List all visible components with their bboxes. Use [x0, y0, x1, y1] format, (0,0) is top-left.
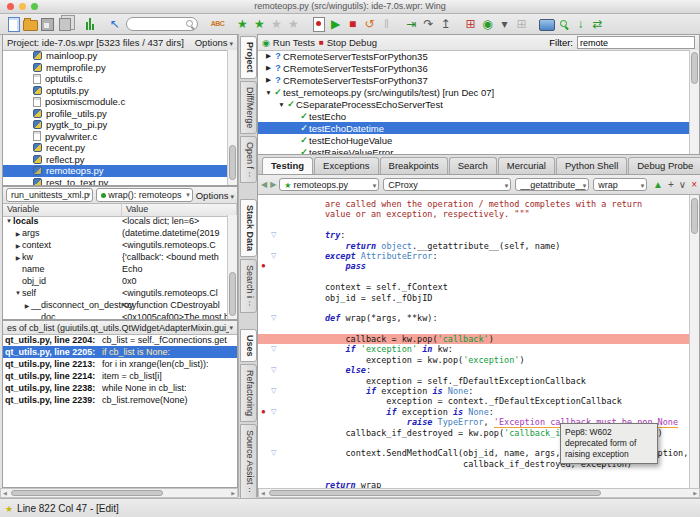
tab-python-shell[interactable]: Python Shell [556, 157, 627, 174]
project-file-row[interactable]: remoteops.py [3, 165, 228, 177]
step-out-icon[interactable]: ↥ [437, 16, 454, 32]
project-file-row[interactable]: reflect.py [3, 154, 228, 166]
stack-scrollbar[interactable] [227, 215, 237, 319]
uses-row[interactable]: qt_utils.py, line 2205:if cb_list is Non… [3, 346, 237, 358]
breadcrumb-dropdown-0[interactable]: ★remoteops.py [279, 178, 379, 191]
test-tree-row[interactable]: ✓testEchoDatetime [258, 122, 690, 134]
fold-marker-icon[interactable]: ▽ [271, 386, 276, 396]
side-tab-uses[interactable]: Uses [240, 329, 257, 363]
breakpoint-icon[interactable]: ● [261, 407, 266, 417]
project-file-row[interactable]: rest_to_text.py [3, 177, 228, 186]
test-tree-row[interactable]: ✓testEcho [258, 110, 690, 122]
history-forward-icon[interactable]: ▶ [270, 180, 276, 189]
project-file-row[interactable]: optutils.py [3, 85, 228, 97]
variable-row[interactable]: ▶kw{'callback': <bound meth [3, 251, 228, 263]
side-tab-search-i-[interactable]: Search i ·· [240, 259, 257, 313]
editor-horizontal-scrollbar[interactable]: ◀▶ [258, 488, 700, 498]
debug-marker-red-icon[interactable]: ⊞ [462, 16, 479, 32]
expand-icon[interactable]: ▶ [14, 242, 22, 249]
project-file-row[interactable]: pygtk_to_pi.py [3, 119, 228, 131]
new-file-icon[interactable] [5, 16, 22, 32]
collapse-icon[interactable]: ▼ [5, 218, 13, 224]
fold-marker-icon[interactable]: ▽ [271, 344, 276, 354]
project-options-button[interactable]: Options▾ [195, 37, 233, 48]
goto-symbol-icon[interactable]: ↖ [106, 16, 123, 32]
code-editor[interactable]: are called when the operation / method c… [258, 195, 700, 488]
fold-marker-icon[interactable]: ▽ [271, 407, 276, 417]
bookmark-prev-icon[interactable]: ★ [268, 16, 285, 32]
breakpoint-icon[interactable]: ● [261, 261, 266, 271]
bookmark-next-icon[interactable]: ★ [285, 16, 302, 32]
pause-icon[interactable]: ‖ [378, 16, 395, 32]
project-file-row[interactable]: profile_utils.py [3, 108, 228, 120]
restart-icon[interactable]: ↺ [361, 16, 378, 32]
side-tab-refactoring[interactable]: Refactoring [240, 364, 257, 422]
project-file-row[interactable]: memprofile.py [3, 62, 228, 74]
collapse-icon[interactable]: ▼ [264, 89, 273, 96]
fold-marker-icon[interactable]: ▽ [271, 251, 276, 261]
open-file-icon[interactable] [22, 16, 39, 32]
expand-icon[interactable]: ▶ [264, 52, 273, 60]
fold-marker-icon[interactable]: ▽ [271, 313, 276, 323]
uses-row[interactable]: qt_utils.py, line 2213: for i in xrange(… [3, 358, 237, 370]
variable-row[interactable]: ▼locals<locals dict; len=6> [3, 215, 228, 227]
profiler-icon[interactable] [81, 16, 98, 32]
breadcrumb-dropdown-1[interactable]: CProxy [383, 178, 511, 191]
breadcrumb-dropdown-3[interactable]: wrap [593, 178, 647, 191]
tab-debug-probe[interactable]: Debug Probe [628, 157, 700, 174]
left-horizontal-scrollbar[interactable]: ◀▶ [0, 488, 238, 498]
fold-marker-icon[interactable]: ▽ [271, 448, 276, 458]
project-file-row[interactable]: mainloop.py [3, 50, 228, 62]
uses-row[interactable]: qt_utils.py, line 2238: while None in cb… [3, 382, 237, 394]
test-tree-row[interactable]: ▶?CRemoteServerTestsForPython36 [258, 62, 690, 74]
maximize-window-icon[interactable] [31, 3, 38, 10]
variable-row[interactable]: obj_id0x0 [3, 275, 228, 287]
close-window-icon[interactable] [7, 3, 14, 10]
test-tree-row[interactable]: ✓testRaiseValueError [258, 146, 690, 154]
debug-marker-green-icon[interactable]: ◉ [479, 16, 496, 32]
variable-row[interactable]: __doc__<0x1005caf00>The most base type [3, 311, 228, 319]
stack-options-button[interactable]: Options▾ [196, 190, 234, 201]
editor-menu-icon[interactable]: ∨ [679, 179, 686, 190]
test-tree-row[interactable]: ▶?CRemoteServerTestsForPython35 [258, 50, 690, 62]
frame-dropdown[interactable]: wrap(): remoteops [96, 188, 192, 202]
sync-icon[interactable]: ⇄ [589, 16, 606, 32]
variable-row[interactable]: ▼self<wingutils.remoteops.Cl [3, 287, 228, 299]
tab-exceptions[interactable]: Exceptions [314, 157, 378, 174]
editor-scrollbar[interactable] [689, 195, 699, 488]
toolbar-search-input[interactable] [126, 17, 198, 31]
uses-row[interactable]: qt_utils.py, line 2239: cb_list.remove(N… [3, 394, 237, 406]
python-shell-icon[interactable] [538, 16, 555, 32]
split-editor-icon[interactable]: + [668, 179, 674, 190]
save-icon[interactable] [39, 16, 56, 32]
project-file-row[interactable]: pyvalwriter.c [3, 131, 228, 143]
project-file-row[interactable]: posixmiscmodule.c [3, 96, 228, 108]
project-file-row[interactable]: recent.py [3, 142, 228, 154]
expand-icon[interactable]: ▶ [23, 302, 31, 309]
test-tree-row[interactable]: ▼✓CSeparateProcessEchoServerTest [258, 98, 690, 110]
collapse-icon[interactable]: ▼ [277, 101, 286, 108]
side-tab-stack-data[interactable]: Stack Data [240, 199, 257, 257]
expand-icon[interactable]: ▶ [264, 64, 273, 72]
filter-input[interactable] [577, 36, 695, 49]
tab-testing[interactable]: Testing [262, 157, 313, 174]
update-icon[interactable]: ↓ [572, 16, 589, 32]
bookmark-goto-icon[interactable]: ★ [251, 16, 268, 32]
variable-row[interactable]: nameEcho [3, 263, 228, 275]
test-tree-row[interactable]: ▶?CRemoteServerTestsForPython37 [258, 74, 690, 86]
test-tree-row[interactable]: ✓testEchoHugeValue [258, 134, 690, 146]
stop-debug-button[interactable]: ■Stop Debug [319, 37, 377, 48]
uses-menu-icon[interactable]: ▾ [229, 324, 233, 332]
close-editor-icon[interactable]: × [691, 179, 697, 190]
disabled-breakpoint-icon[interactable]: ● [261, 334, 266, 344]
warnings-indicator-icon[interactable]: ▲ [653, 179, 663, 190]
step-over-icon[interactable]: ↷ [420, 16, 437, 32]
uses-row[interactable]: qt_utils.py, line 2214: item = cb_list[i… [3, 370, 237, 382]
fold-marker-icon[interactable]: ▽ [271, 365, 276, 375]
side-tab-open-f-[interactable]: Open f ·· [240, 136, 257, 184]
bookmark-set-icon[interactable]: ★ [234, 16, 251, 32]
expand-icon[interactable]: ▶ [14, 254, 22, 261]
tab-mercurial[interactable]: Mercurial [498, 157, 555, 174]
side-tab-project[interactable]: Project [240, 36, 257, 79]
run-tests-button[interactable]: ◉Run Tests [262, 37, 315, 48]
